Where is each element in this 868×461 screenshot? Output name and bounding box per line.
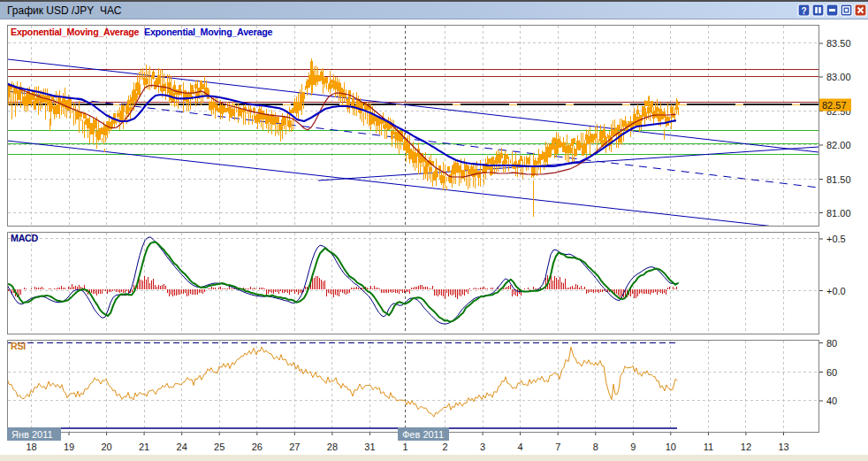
svg-text:1: 1 <box>402 442 407 452</box>
svg-text:+0.0: +0.0 <box>826 286 846 296</box>
svg-text:9: 9 <box>630 442 636 452</box>
svg-text:80: 80 <box>826 338 837 349</box>
svg-text:27: 27 <box>289 442 300 452</box>
svg-text:82.00: 82.00 <box>826 140 851 150</box>
svg-text:MACD: MACD <box>11 233 39 243</box>
svg-text:13: 13 <box>778 442 788 452</box>
svg-text:12: 12 <box>741 442 751 452</box>
svg-text:20: 20 <box>101 442 111 452</box>
svg-text:26: 26 <box>252 442 263 452</box>
svg-text:?: ? <box>801 6 806 16</box>
svg-text:25: 25 <box>214 442 225 452</box>
svg-text:28: 28 <box>327 442 338 452</box>
svg-text:81.00: 81.00 <box>826 208 851 219</box>
svg-text:24: 24 <box>177 442 187 452</box>
svg-text:Янв 2011: Янв 2011 <box>11 429 53 440</box>
svg-text:21: 21 <box>139 442 149 452</box>
svg-text:81.50: 81.50 <box>826 174 851 185</box>
svg-text:2: 2 <box>442 442 447 452</box>
svg-text:Exponential_Moving_Average: Exponential_Moving_Average <box>11 27 139 37</box>
svg-text:31: 31 <box>364 442 375 452</box>
svg-text:8: 8 <box>593 442 598 452</box>
svg-text:+0.5: +0.5 <box>826 234 846 244</box>
svg-text:3: 3 <box>480 442 485 452</box>
svg-text:10: 10 <box>666 442 676 452</box>
svg-text:82.57: 82.57 <box>822 100 847 111</box>
svg-text:18: 18 <box>26 442 36 452</box>
svg-text:4: 4 <box>518 442 523 452</box>
svg-text:График USD /JPY ЧАС: График USD /JPY ЧАС <box>7 4 122 17</box>
svg-text:60: 60 <box>826 367 837 378</box>
svg-text:83.50: 83.50 <box>826 38 851 49</box>
svg-text:11: 11 <box>704 442 713 452</box>
svg-text:19: 19 <box>64 442 74 452</box>
svg-text:Фев 2011: Фев 2011 <box>402 429 444 440</box>
svg-text:7: 7 <box>555 442 560 452</box>
svg-text:Exponential_Moving_Average: Exponential_Moving_Average <box>144 27 272 37</box>
svg-text:40: 40 <box>826 396 837 406</box>
svg-text:RSI: RSI <box>11 341 26 351</box>
svg-text:83.00: 83.00 <box>826 72 851 82</box>
